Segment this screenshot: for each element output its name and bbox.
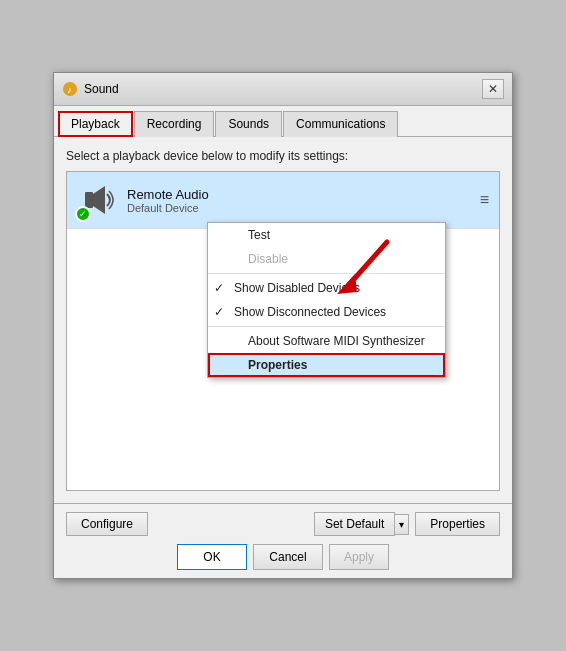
device-list: ✓ Remote Audio Default Device ≡ Test Dis… — [66, 171, 500, 491]
close-button[interactable]: ✕ — [482, 79, 504, 99]
device-item-remote-audio[interactable]: ✓ Remote Audio Default Device ≡ — [67, 172, 499, 229]
set-default-dropdown[interactable]: ▾ — [395, 514, 409, 535]
set-default-button[interactable]: Set Default — [314, 512, 395, 536]
menu-item-properties[interactable]: Properties — [208, 353, 445, 377]
tab-playback[interactable]: Playback — [58, 111, 133, 137]
menu-item-show-disabled[interactable]: ✓ Show Disabled Devices — [208, 276, 445, 300]
tab-recording[interactable]: Recording — [134, 111, 215, 137]
menu-item-test[interactable]: Test — [208, 223, 445, 247]
configure-button[interactable]: Configure — [66, 512, 148, 536]
context-menu: Test Disable ✓ Show Disabled Devices ✓ S… — [207, 222, 446, 378]
menu-label-test: Test — [248, 228, 270, 242]
tab-bar: Playback Recording Sounds Communications — [54, 106, 512, 137]
set-default-group: Set Default ▾ — [314, 512, 409, 536]
ok-cancel-row: OK Cancel Apply — [66, 544, 500, 570]
cancel-button[interactable]: Cancel — [253, 544, 323, 570]
title-bar: ♪ Sound ✕ — [54, 73, 512, 106]
check-show-disconnected: ✓ — [214, 305, 228, 319]
properties-button[interactable]: Properties — [415, 512, 500, 536]
menu-separator-2 — [208, 326, 445, 327]
bottom-bar: Configure Set Default ▾ Properties OK Ca… — [54, 503, 512, 578]
dialog-title: Sound — [84, 82, 119, 96]
tab-content: Select a playback device below to modify… — [54, 137, 512, 503]
menu-separator-1 — [208, 273, 445, 274]
title-bar-left: ♪ Sound — [62, 81, 119, 97]
device-name: Remote Audio — [127, 187, 470, 202]
svg-text:♪: ♪ — [67, 84, 72, 95]
sound-title-icon: ♪ — [62, 81, 78, 97]
svg-rect-2 — [85, 192, 93, 208]
tab-sounds[interactable]: Sounds — [215, 111, 282, 137]
list-options-icon: ≡ — [480, 191, 489, 209]
menu-label-disable: Disable — [248, 252, 288, 266]
menu-item-about-midi[interactable]: About Software MIDI Synthesizer — [208, 329, 445, 353]
description-text: Select a playback device below to modify… — [66, 149, 500, 163]
menu-label-show-disconnected: Show Disconnected Devices — [234, 305, 386, 319]
apply-button[interactable]: Apply — [329, 544, 389, 570]
tab-communications[interactable]: Communications — [283, 111, 398, 137]
device-icon: ✓ — [77, 180, 117, 220]
sound-dialog: ♪ Sound ✕ Playback Recording Sounds Comm… — [53, 72, 513, 579]
bottom-row1: Configure Set Default ▾ Properties — [66, 512, 500, 536]
menu-label-properties: Properties — [248, 358, 307, 372]
svg-marker-3 — [93, 186, 105, 214]
ok-button[interactable]: OK — [177, 544, 247, 570]
device-status: Default Device — [127, 202, 470, 214]
menu-item-disable: Disable — [208, 247, 445, 271]
device-info: Remote Audio Default Device — [127, 187, 470, 214]
menu-label-show-disabled: Show Disabled Devices — [234, 281, 360, 295]
check-show-disabled: ✓ — [214, 281, 228, 295]
menu-item-show-disconnected[interactable]: ✓ Show Disconnected Devices — [208, 300, 445, 324]
menu-label-about-midi: About Software MIDI Synthesizer — [248, 334, 425, 348]
